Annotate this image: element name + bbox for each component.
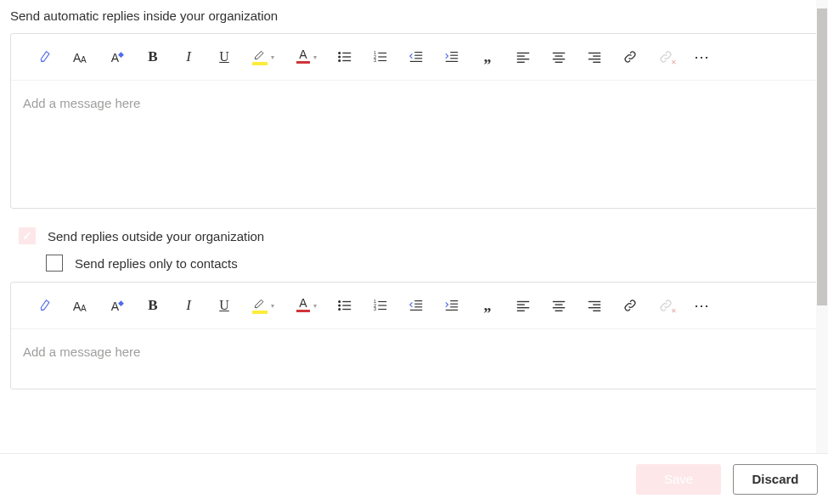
underline-button[interactable]: U xyxy=(206,291,242,320)
outdent-icon[interactable] xyxy=(398,42,434,71)
align-right-icon[interactable] xyxy=(577,291,612,320)
font-color-button[interactable]: A ▾ xyxy=(284,291,327,320)
inside-message-input[interactable]: Add a message here xyxy=(11,81,817,208)
outside-org-label: Send replies outside your organization xyxy=(48,229,264,244)
underline-button[interactable]: U xyxy=(206,42,242,71)
unlink-icon[interactable]: ✕ xyxy=(648,291,684,320)
font-color-button[interactable]: A ▾ xyxy=(284,42,327,71)
quote-icon[interactable]: „ xyxy=(470,291,505,320)
scrollbar-thumb[interactable] xyxy=(817,8,827,305)
footer-actions: Save Discard xyxy=(0,453,828,504)
align-center-icon[interactable] xyxy=(541,291,577,320)
outside-message-input[interactable]: Add a message here xyxy=(11,329,817,389)
svg-point-36 xyxy=(339,309,341,311)
font-size-icon[interactable]: A◆ xyxy=(99,291,135,320)
numbering-icon[interactable]: 123 xyxy=(363,291,398,320)
format-painter-icon[interactable] xyxy=(28,42,64,71)
svg-point-32 xyxy=(339,301,341,303)
more-icon[interactable]: ⋯ xyxy=(684,42,719,71)
italic-button[interactable]: I xyxy=(171,291,206,320)
discard-button[interactable]: Discard xyxy=(733,464,818,495)
align-center-icon[interactable] xyxy=(541,42,577,71)
align-left-icon[interactable] xyxy=(505,42,541,71)
outside-toolbar: AA A◆ B I U ▾ A ▾ 123 xyxy=(11,283,817,329)
bullets-icon[interactable] xyxy=(327,42,363,71)
format-painter-icon[interactable] xyxy=(28,291,64,320)
outside-org-option[interactable]: Send replies outside your organization xyxy=(19,227,818,244)
svg-point-0 xyxy=(339,53,341,54)
outside-org-checkbox[interactable] xyxy=(19,227,36,244)
font-icon[interactable]: AA xyxy=(64,42,99,71)
indent-icon[interactable] xyxy=(434,42,470,71)
svg-point-2 xyxy=(339,56,341,58)
inside-toolbar: AA A◆ B I U ▾ A ▾ 123 xyxy=(11,34,817,81)
bullets-icon[interactable] xyxy=(327,291,363,320)
align-left-icon[interactable] xyxy=(505,291,541,320)
highlight-button[interactable]: ▾ xyxy=(242,291,284,320)
contacts-only-label: Send replies only to contacts xyxy=(75,256,238,271)
contacts-only-checkbox[interactable] xyxy=(46,255,63,272)
numbering-icon[interactable]: 123 xyxy=(363,42,398,71)
link-icon[interactable] xyxy=(612,291,648,320)
font-size-icon[interactable]: A◆ xyxy=(99,42,135,71)
highlight-button[interactable]: ▾ xyxy=(242,42,284,71)
more-icon[interactable]: ⋯ xyxy=(684,291,719,320)
scrollbar-track[interactable] xyxy=(816,0,828,453)
inside-org-title: Send automatic replies inside your organ… xyxy=(10,8,818,23)
svg-point-4 xyxy=(339,60,341,62)
save-button[interactable]: Save xyxy=(636,464,721,495)
unlink-icon[interactable]: ✕ xyxy=(648,42,684,71)
quote-icon[interactable]: „ xyxy=(470,42,505,71)
outside-org-editor: AA A◆ B I U ▾ A ▾ 123 xyxy=(10,282,818,389)
align-right-icon[interactable] xyxy=(577,42,612,71)
contacts-only-option[interactable]: Send replies only to contacts xyxy=(46,255,818,272)
svg-point-34 xyxy=(339,305,341,306)
svg-text:3: 3 xyxy=(374,306,376,311)
bold-button[interactable]: B xyxy=(135,42,171,71)
svg-text:3: 3 xyxy=(374,58,376,63)
inside-org-editor: AA A◆ B I U ▾ A ▾ 123 xyxy=(10,33,818,209)
indent-icon[interactable] xyxy=(434,291,470,320)
font-icon[interactable]: AA xyxy=(64,291,99,320)
bold-button[interactable]: B xyxy=(135,291,171,320)
outdent-icon[interactable] xyxy=(398,291,434,320)
italic-button[interactable]: I xyxy=(171,42,206,71)
link-icon[interactable] xyxy=(612,42,648,71)
